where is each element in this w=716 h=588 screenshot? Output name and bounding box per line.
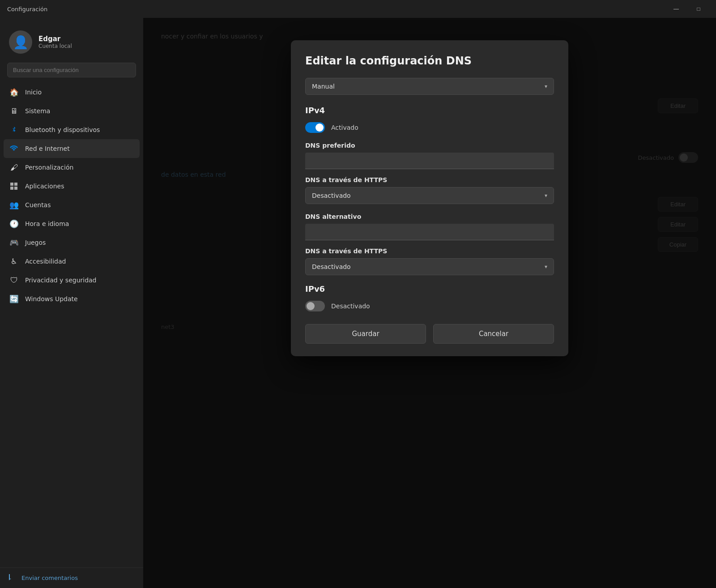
alternate-https-dropdown[interactable]: Desactivado ▾	[305, 258, 554, 275]
dns-settings-modal: Editar la configuración DNS Manual ▾ IPv…	[291, 40, 568, 356]
ipv4-toggle[interactable]	[305, 122, 325, 133]
ipv4-toggle-row: Activado	[305, 122, 554, 133]
sidebar-item-label: Personalización	[25, 164, 73, 171]
ipv6-toggle-label: Desactivado	[331, 303, 370, 310]
app-container: 👤 Edgar Cuenta local 🏠 Inicio 🖥 Sistema	[0, 18, 716, 588]
home-icon: 🏠	[9, 87, 19, 97]
sidebar-item-red[interactable]: Red e Internet	[4, 139, 140, 158]
sidebar-item-label: Accesibilidad	[25, 258, 66, 265]
ipv4-title: IPv4	[305, 106, 554, 115]
modal-title: Editar la configuración DNS	[305, 55, 554, 67]
maximize-button[interactable]: □	[688, 2, 709, 16]
sidebar-item-juegos[interactable]: 🎮 Juegos	[4, 233, 140, 252]
bluetooth-icon	[9, 125, 19, 135]
personalization-icon: 🖌	[9, 162, 19, 172]
sidebar-item-aplicaciones[interactable]: Aplicaciones	[4, 177, 140, 196]
sidebar-item-personalizacion[interactable]: 🖌 Personalización	[4, 158, 140, 177]
nav-list: 🏠 Inicio 🖥 Sistema Bluetooth y dispositi…	[0, 83, 143, 567]
save-button[interactable]: Guardar	[305, 324, 426, 344]
sidebar-item-label: Sistema	[25, 107, 50, 115]
sidebar-item-label: Juegos	[25, 239, 46, 246]
feedback-icon	[9, 573, 17, 583]
alternate-dns-label: DNS alternativo	[305, 213, 554, 220]
games-icon: 🎮	[9, 238, 19, 247]
update-icon: 🔄	[9, 294, 19, 304]
modal-footer: Guardar Cancelar	[305, 324, 554, 344]
accounts-icon: 👥	[9, 200, 19, 210]
alternate-https-value: Desactivado	[312, 263, 351, 270]
avatar: 👤	[9, 30, 32, 54]
user-account: Cuenta local	[38, 43, 72, 49]
apps-icon	[9, 181, 19, 191]
svg-rect-3	[14, 187, 17, 190]
sidebar-item-privacidad[interactable]: 🛡 Privacidad y seguridad	[4, 271, 140, 290]
sidebar-item-sistema[interactable]: 🖥 Sistema	[4, 102, 140, 120]
sidebar-item-accesibilidad[interactable]: ♿ Accesibilidad	[4, 252, 140, 271]
sidebar-item-label: Bluetooth y dispositivos	[25, 126, 100, 133]
sidebar-item-label: Hora e idioma	[25, 220, 69, 227]
sidebar-item-cuentas[interactable]: 👥 Cuentas	[4, 196, 140, 214]
chevron-down-icon: ▾	[545, 83, 547, 89]
chevron-down-icon: ▾	[545, 264, 547, 270]
alternate-dns-input[interactable]	[305, 224, 554, 240]
ipv4-toggle-label: Activado	[331, 124, 358, 131]
user-section: 👤 Edgar Cuenta local	[0, 25, 143, 63]
sidebar-item-label: Inicio	[25, 89, 42, 96]
sidebar-item-windows-update[interactable]: 🔄 Windows Update	[4, 290, 140, 308]
preferred-https-label: DNS a través de HTTPS	[305, 176, 554, 183]
time-icon: 🕐	[9, 219, 19, 229]
svg-rect-0	[10, 183, 13, 186]
app-title: Configuración	[7, 6, 47, 13]
network-icon	[9, 144, 19, 153]
feedback-bar[interactable]: Enviar comentarios	[0, 567, 143, 588]
sidebar-item-label: Windows Update	[25, 295, 78, 303]
search-input[interactable]	[7, 63, 136, 77]
ipv6-toggle-row: Desactivado	[305, 301, 554, 311]
user-info: Edgar Cuenta local	[38, 35, 72, 49]
preferred-https-value: Desactivado	[312, 192, 351, 199]
preferred-dns-input[interactable]	[305, 153, 554, 169]
preferred-dns-label: DNS preferido	[305, 142, 554, 149]
alternate-https-label: DNS a través de HTTPS	[305, 247, 554, 255]
mode-dropdown[interactable]: Manual ▾	[305, 78, 554, 95]
shield-icon: 🛡	[9, 275, 19, 285]
sidebar-item-inicio[interactable]: 🏠 Inicio	[4, 83, 140, 102]
ipv4-section: IPv4 Activado DNS preferido DNS a través…	[305, 106, 554, 275]
cancel-button[interactable]: Cancelar	[433, 324, 554, 344]
sidebar-item-label: Aplicaciones	[25, 183, 64, 190]
chevron-down-icon: ▾	[545, 192, 547, 199]
sidebar-item-label: Cuentas	[25, 201, 51, 209]
sidebar: 👤 Edgar Cuenta local 🏠 Inicio 🖥 Sistema	[0, 18, 143, 588]
ipv6-title: IPv6	[305, 284, 554, 294]
svg-rect-1	[14, 183, 17, 186]
titlebar: Configuración — □	[0, 0, 716, 18]
accessibility-icon: ♿	[9, 256, 19, 266]
user-icon: 👤	[13, 35, 29, 50]
sidebar-item-label: Red e Internet	[25, 145, 70, 152]
ipv6-toggle[interactable]	[305, 301, 325, 311]
user-name: Edgar	[38, 35, 72, 43]
search-container	[0, 63, 143, 83]
sidebar-item-hora[interactable]: 🕐 Hora e idioma	[4, 214, 140, 233]
minimize-button[interactable]: —	[666, 2, 686, 16]
svg-rect-2	[10, 187, 13, 190]
preferred-https-dropdown[interactable]: Desactivado ▾	[305, 187, 554, 204]
mode-dropdown-value: Manual	[312, 83, 335, 90]
sidebar-item-label: Privacidad y seguridad	[25, 277, 97, 284]
window-controls: — □	[666, 2, 709, 16]
system-icon: 🖥	[9, 106, 19, 116]
sidebar-item-bluetooth[interactable]: Bluetooth y dispositivos	[4, 120, 140, 139]
main-content: nocer y confiar en los usuarios y Editar…	[143, 18, 716, 588]
ipv6-section: IPv6 Desactivado	[305, 284, 554, 311]
feedback-label: Enviar comentarios	[21, 575, 78, 581]
